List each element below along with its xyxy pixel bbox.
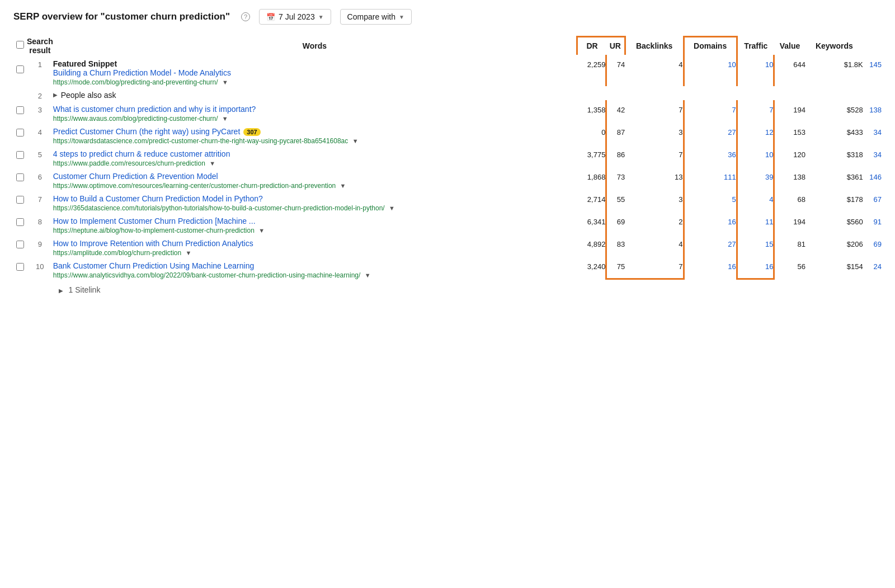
row-checkbox[interactable] [16, 106, 24, 114]
search-cell: How to Build a Customer Churn Prediction… [53, 190, 577, 212]
row-checkbox-cell[interactable] [13, 190, 27, 212]
compare-with-button[interactable]: Compare with ▼ [340, 9, 412, 25]
backlinks-link[interactable]: 5 [732, 195, 736, 204]
domains-link[interactable]: 10 [765, 150, 773, 159]
select-all-checkbox[interactable] [16, 41, 24, 49]
col-header-search-result: Search result [27, 37, 53, 55]
backlinks-link[interactable]: 16 [728, 262, 736, 271]
url-dropdown-icon[interactable]: ▼ [222, 115, 228, 122]
row-number: 9 [27, 234, 53, 257]
row-checkbox-cell[interactable] [13, 212, 27, 234]
row-checkbox-cell[interactable] [13, 55, 27, 86]
row-checkbox-cell[interactable] [13, 100, 27, 123]
row-checkbox[interactable] [16, 218, 24, 226]
backlinks-link[interactable]: 27 [728, 128, 736, 137]
domains-link[interactable]: 16 [765, 262, 773, 271]
url-dropdown-icon[interactable]: ▼ [389, 205, 395, 211]
calendar-icon: 📅 [266, 13, 275, 21]
domains-link[interactable]: 39 [765, 173, 773, 181]
ur-cell: 4 [625, 234, 684, 257]
row-checkbox[interactable] [16, 263, 24, 271]
keywords-link[interactable]: 138 [869, 106, 882, 114]
keywords-link[interactable]: 67 [874, 195, 882, 204]
url-dropdown-icon[interactable]: ▼ [222, 79, 228, 86]
row-checkbox[interactable] [16, 173, 24, 181]
keywords-link[interactable]: 34 [874, 128, 882, 137]
keywords-link[interactable]: 146 [869, 173, 882, 181]
backlinks-link[interactable]: 16 [728, 218, 736, 226]
row-checkbox[interactable] [16, 65, 24, 73]
row-number: 7 [27, 190, 53, 212]
backlinks-link[interactable]: 7 [732, 106, 736, 114]
row-checkbox[interactable] [16, 196, 24, 204]
row-number: 8 [27, 212, 53, 234]
traffic-cell: 644 [774, 55, 805, 86]
backlinks-cell: 36 [684, 145, 737, 167]
search-cell: Predict Customer Churn (the right way) u… [53, 123, 577, 145]
table-row: 6 Customer Churn Prediction & Prevention… [13, 167, 882, 190]
backlinks-link[interactable]: 10 [728, 60, 736, 69]
row-checkbox[interactable] [16, 129, 24, 137]
value-cell: $361 [805, 167, 863, 190]
domains-link[interactable]: 12 [765, 128, 773, 137]
url-dropdown-icon[interactable]: ▼ [186, 250, 192, 256]
url-dropdown-icon[interactable]: ▼ [258, 227, 265, 234]
domains-link[interactable]: 11 [765, 218, 773, 226]
dr-cell: 69 [606, 212, 625, 234]
keywords-link[interactable]: 69 [874, 240, 882, 248]
words-cell: 0 [577, 123, 606, 145]
col-header-traffic: Traffic [737, 37, 774, 55]
domains-link[interactable]: 15 [765, 240, 773, 248]
result-title[interactable]: How to Build a Customer Churn Prediction… [53, 194, 263, 203]
result-title[interactable]: Customer Churn Prediction & Prevention M… [53, 172, 218, 181]
dr-cell: 73 [606, 167, 625, 190]
backlinks-cell: 16 [684, 257, 737, 279]
traffic-cell: 56 [774, 257, 805, 279]
backlinks-link[interactable]: 111 [724, 173, 736, 181]
result-title[interactable]: How to Implement Customer Churn Predicti… [53, 217, 256, 225]
sitelink-cell: ▶ 1 Sitelink [53, 279, 863, 300]
domains-link[interactable]: 10 [765, 60, 773, 69]
help-icon[interactable]: ? [241, 12, 250, 21]
keywords-link[interactable]: 145 [869, 60, 882, 69]
row-checkbox-cell[interactable] [13, 123, 27, 145]
result-title[interactable]: 4 steps to predict churn & reduce custom… [53, 149, 230, 158]
url-dropdown-icon[interactable]: ▼ [209, 160, 215, 167]
keywords-cell: 34 [863, 145, 882, 167]
result-url: https://www.paddle.com/resources/churn-p… [53, 159, 577, 167]
row-checkbox-cell[interactable] [13, 167, 27, 190]
value-cell: $178 [805, 190, 863, 212]
row-checkbox-cell[interactable] [13, 234, 27, 257]
row-checkbox-cell[interactable] [13, 145, 27, 167]
table-row: 3 What is customer churn prediction and … [13, 100, 882, 123]
traffic-cell: 138 [774, 167, 805, 190]
result-url: https://www.avaus.com/blog/predicting-cu… [53, 115, 577, 123]
row-checkbox[interactable] [16, 241, 24, 248]
row-checkbox-cell[interactable] [13, 257, 27, 279]
keywords-link[interactable]: 24 [874, 262, 882, 271]
domains-link[interactable]: 4 [769, 195, 773, 204]
ur-cell: 3 [625, 190, 684, 212]
result-title[interactable]: What is customer churn prediction and wh… [53, 105, 256, 114]
result-title[interactable]: Building a Churn Prediction Model - Mode… [53, 68, 231, 77]
paa-label: People also ask [61, 91, 116, 100]
paa-triangle-icon: ▶ [59, 288, 63, 294]
url-dropdown-icon[interactable]: ▼ [365, 272, 371, 279]
url-dropdown-icon[interactable]: ▼ [352, 138, 359, 144]
result-title[interactable]: Bank Customer Churn Prediction Using Mac… [53, 261, 255, 270]
col-header-domains: Domains [684, 37, 737, 55]
paa-cell: ▶ People also ask [53, 86, 863, 100]
domains-cell: 39 [737, 167, 774, 190]
result-title[interactable]: How to Improve Retention with Churn Pred… [53, 239, 253, 248]
result-title[interactable]: Predict Customer Churn (the right way) u… [53, 127, 261, 136]
result-url: https://mode.com/blog/predicting-and-pre… [53, 78, 577, 86]
backlinks-link[interactable]: 36 [728, 150, 736, 159]
keywords-link[interactable]: 91 [874, 218, 882, 226]
date-picker-button[interactable]: 📅 7 Jul 2023 ▼ [259, 9, 331, 25]
dr-cell: 42 [606, 100, 625, 123]
url-dropdown-icon[interactable]: ▼ [340, 182, 346, 189]
keywords-link[interactable]: 34 [874, 150, 882, 159]
backlinks-link[interactable]: 27 [728, 240, 736, 248]
row-checkbox[interactable] [16, 151, 24, 159]
domains-link[interactable]: 7 [769, 106, 773, 114]
